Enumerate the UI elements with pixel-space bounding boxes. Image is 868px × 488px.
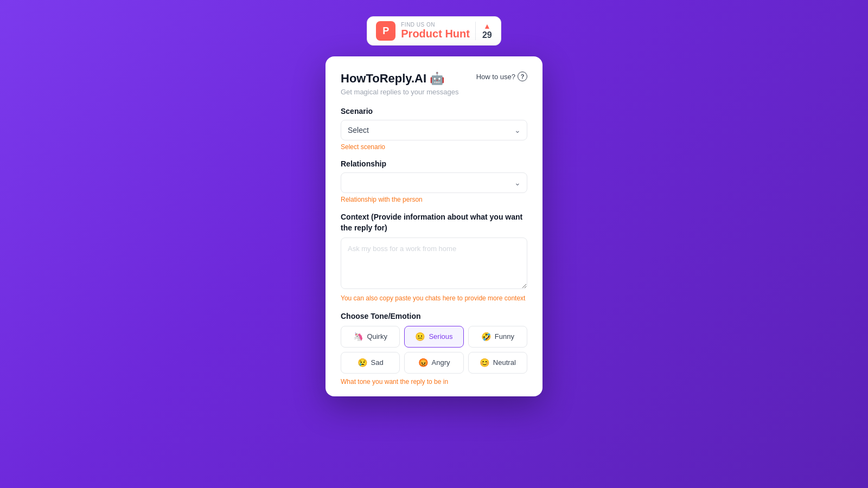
tone-label: Choose Tone/Emotion: [341, 312, 527, 320]
sad-emoji: 😢: [358, 358, 368, 368]
scenario-section: Scenario Select ⌄ Select scenario: [341, 107, 527, 151]
upvote-count: 29: [482, 30, 492, 40]
quirky-emoji: 🦄: [353, 332, 363, 342]
product-hunt-badge[interactable]: P FIND US ON Product Hunt ▲ 29: [367, 16, 501, 46]
how-to-use-button[interactable]: How to use? ?: [476, 72, 527, 81]
scenario-label: Scenario: [341, 107, 527, 115]
product-hunt-logo: P: [376, 21, 395, 41]
product-hunt-name: Product Hunt: [401, 28, 470, 40]
tone-sad-button[interactable]: 😢 Sad: [341, 352, 400, 374]
question-icon: ?: [518, 72, 527, 81]
serious-emoji: 😐: [415, 332, 425, 342]
context-label: Context (Provide information about what …: [341, 212, 527, 233]
tone-neutral-button[interactable]: 😊 Neutral: [468, 352, 527, 374]
relationship-select-wrapper: ⌄: [341, 172, 527, 193]
main-card: HowToReply.AI 🤖 How to use? ? Get magica…: [326, 56, 542, 396]
relationship-section: Relationship ⌄ Relationship with the per…: [341, 159, 527, 203]
angry-label: Angry: [432, 358, 450, 367]
sad-label: Sad: [371, 358, 384, 367]
relationship-select[interactable]: [341, 172, 527, 193]
tone-quirky-button[interactable]: 🦄 Quirky: [341, 326, 400, 348]
quirky-label: Quirky: [367, 332, 387, 341]
context-textarea[interactable]: [341, 237, 527, 289]
relationship-hint: Relationship with the person: [341, 196, 527, 203]
scenario-select[interactable]: Select: [341, 120, 527, 140]
app-subtitle: Get magical replies to your messages: [341, 88, 527, 96]
neutral-label: Neutral: [493, 358, 516, 367]
upvote-arrow-icon: ▲: [483, 22, 491, 30]
product-hunt-text: FIND US ON Product Hunt: [401, 22, 470, 40]
funny-emoji: 🤣: [481, 332, 492, 342]
tone-serious-button[interactable]: 😐 Serious: [404, 326, 463, 348]
context-hint: You can also copy paste you chats here t…: [341, 294, 527, 303]
tone-grid: 🦄 Quirky 😐 Serious 🤣 Funny 😢 Sad 😡 Angry: [341, 326, 527, 374]
tone-angry-button[interactable]: 😡 Angry: [404, 352, 463, 374]
tone-funny-button[interactable]: 🤣 Funny: [468, 326, 527, 348]
how-to-use-label: How to use?: [476, 73, 515, 81]
relationship-label: Relationship: [341, 159, 527, 168]
app-title: HowToReply.AI 🤖: [341, 72, 444, 86]
tone-section: Choose Tone/Emotion 🦄 Quirky 😐 Serious 🤣…: [341, 312, 527, 386]
card-header: HowToReply.AI 🤖 How to use? ?: [341, 72, 527, 86]
serious-label: Serious: [429, 332, 452, 341]
funny-label: Funny: [495, 332, 514, 341]
angry-emoji: 😡: [418, 358, 429, 368]
scenario-hint: Select scenario: [341, 143, 527, 151]
tone-hint: What tone you want the reply to be in: [341, 378, 527, 386]
neutral-emoji: 😊: [480, 358, 490, 368]
scenario-select-wrapper: Select ⌄: [341, 120, 527, 140]
product-hunt-count: ▲ 29: [475, 22, 492, 40]
context-section: Context (Provide information about what …: [341, 212, 527, 303]
find-us-label: FIND US ON: [401, 22, 470, 28]
